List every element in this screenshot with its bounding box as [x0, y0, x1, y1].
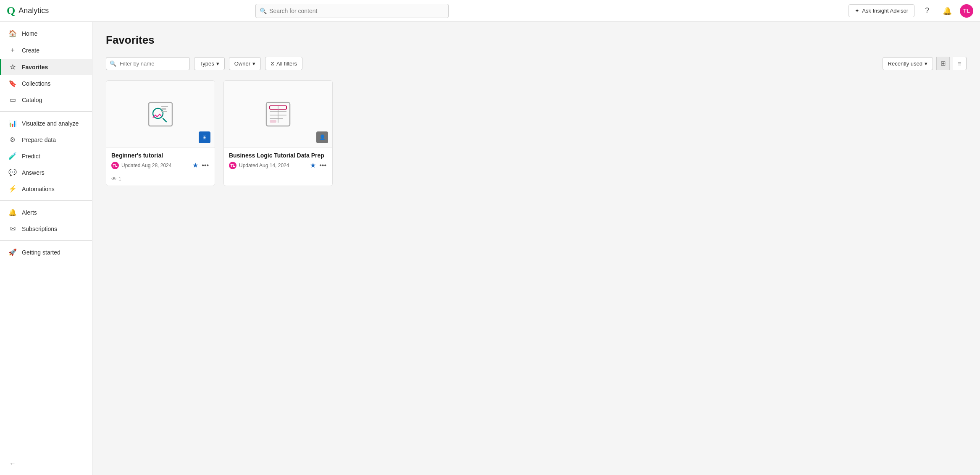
- card-footer-business: Business Logic Tutorial Data Prep TL Upd…: [224, 148, 332, 173]
- card-beginners-tutorial[interactable]: ⊞ Beginner's tutorial TL Updated Aug 28,…: [106, 80, 215, 186]
- sidebar-label-automations: Automations: [22, 186, 55, 192]
- sort-chevron-icon: ▾: [925, 60, 927, 67]
- types-label: Types: [200, 60, 214, 67]
- sidebar-label-favorites: Favorites: [22, 64, 48, 71]
- sidebar-label-answers: Answers: [22, 169, 45, 176]
- grid-icon: ⊞: [941, 60, 946, 67]
- sidebar-collapse-button[interactable]: ←: [0, 456, 92, 472]
- sidebar-item-answers[interactable]: 💬 Answers: [0, 164, 92, 181]
- svg-rect-11: [270, 120, 276, 123]
- list-icon: ≡: [958, 60, 962, 67]
- data-thumbnail-icon: [263, 99, 293, 129]
- card-actions-business: ★ •••: [310, 161, 327, 169]
- logo-area: Q Analytics: [7, 5, 82, 17]
- sidebar-item-collections[interactable]: 🔖 Collections: [0, 75, 92, 92]
- subscriptions-icon: ✉: [8, 225, 17, 233]
- ask-insight-advisor-button[interactable]: ✦ Ask Insight Advisor: [849, 4, 914, 17]
- filter-bar: 🔍 Types ▾ Owner ▾ ⧖ All filters: [106, 57, 967, 70]
- help-button[interactable]: ?: [920, 3, 935, 18]
- sidebar-label-subscriptions: Subscriptions: [22, 226, 57, 232]
- card-actions-beginners: ★ •••: [192, 161, 210, 169]
- card-meta-beginners: TL Updated Aug 28, 2024 ★ •••: [111, 161, 210, 169]
- sort-button[interactable]: Recently used ▾: [883, 57, 933, 70]
- content-area: Favorites 🔍 Types ▾ Owner ▾ ⧖ All filter: [92, 22, 980, 475]
- sidebar-item-catalog[interactable]: ▭ Catalog: [0, 92, 92, 108]
- favorite-button-business[interactable]: ★: [310, 161, 316, 169]
- types-filter-button[interactable]: Types ▾: [194, 57, 225, 70]
- sidebar-label-alerts: Alerts: [22, 209, 37, 216]
- card-business-logic[interactable]: 👤 Business Logic Tutorial Data Prep TL U…: [223, 80, 333, 186]
- app-title: Analytics: [18, 6, 49, 15]
- sidebar-divider-1: [0, 111, 92, 112]
- owner-label: Owner: [234, 60, 250, 67]
- user-avatar[interactable]: TL: [960, 4, 973, 18]
- data-badge-icon: 👤: [319, 134, 326, 140]
- global-search-input[interactable]: [255, 4, 449, 18]
- search-icon: 🔍: [260, 8, 267, 14]
- all-filters-label: All filters: [276, 60, 297, 67]
- sidebar-item-getting-started[interactable]: 🚀 Getting started: [0, 244, 92, 260]
- sidebar-label-visualize: Visualize and analyze: [22, 120, 79, 127]
- sidebar-label-home: Home: [22, 30, 37, 37]
- app-thumbnail-icon: [145, 99, 176, 129]
- sidebar-label-collections: Collections: [22, 80, 50, 87]
- card-title-beginners: Beginner's tutorial: [111, 152, 210, 159]
- owner-chevron-icon: ▾: [252, 60, 255, 67]
- qlik-logo: Q: [7, 5, 15, 17]
- rocket-icon: 🚀: [8, 248, 17, 256]
- card-footer-beginners: Beginner's tutorial TL Updated Aug 28, 2…: [106, 148, 215, 173]
- bookmark-icon: 🔖: [8, 79, 17, 87]
- updated-label-business: Updated Aug 14, 2024: [239, 163, 289, 168]
- page-title: Favorites: [106, 34, 967, 47]
- sidebar-item-automations[interactable]: ⚡ Automations: [0, 181, 92, 197]
- svg-rect-4: [161, 111, 167, 112]
- home-icon: 🏠: [8, 29, 17, 37]
- more-options-button-beginners[interactable]: •••: [201, 162, 210, 169]
- owner-filter-button[interactable]: Owner ▾: [229, 57, 261, 70]
- sidebar-label-catalog: Catalog: [22, 97, 42, 103]
- collapse-icon: ←: [8, 460, 17, 467]
- cards-grid: ⊞ Beginner's tutorial TL Updated Aug 28,…: [106, 80, 967, 186]
- sidebar-item-prepare[interactable]: ⚙ Prepare data: [0, 131, 92, 148]
- catalog-icon: ▭: [8, 96, 17, 104]
- sidebar-divider-3: [0, 240, 92, 241]
- app-badge-icon: ⊞: [202, 134, 207, 140]
- predict-icon: 🧪: [8, 152, 17, 160]
- sidebar-item-favorites[interactable]: ☆ Favorites: [0, 59, 92, 75]
- active-indicator: [0, 59, 1, 75]
- more-options-button-business[interactable]: •••: [318, 162, 327, 169]
- favorite-button-beginners[interactable]: ★: [192, 161, 198, 169]
- automations-icon: ⚡: [8, 185, 17, 193]
- sidebar-item-create[interactable]: ＋ Create: [0, 42, 92, 59]
- card-type-badge-app: ⊞: [199, 131, 210, 143]
- sidebar-item-subscriptions[interactable]: ✉ Subscriptions: [0, 220, 92, 237]
- list-view-button[interactable]: ≡: [953, 57, 967, 70]
- views-count-beginners: 👁 1: [106, 176, 215, 186]
- card-type-badge-data: 👤: [316, 131, 328, 143]
- updated-label-beginners: Updated Aug 28, 2024: [121, 163, 171, 168]
- types-chevron-icon: ▾: [216, 60, 219, 67]
- sidebar-label-predict: Predict: [22, 153, 40, 160]
- alerts-icon: 🔔: [8, 208, 17, 216]
- filter-input-wrapper: 🔍: [106, 57, 190, 70]
- sort-label: Recently used: [888, 60, 922, 67]
- sidebar-label-prepare: Prepare data: [22, 136, 56, 143]
- owner-avatar-business: TL: [229, 162, 236, 169]
- filter-by-name-input[interactable]: [106, 57, 190, 70]
- sidebar-item-visualize[interactable]: 📊 Visualize and analyze: [0, 115, 92, 131]
- visualize-icon: 📊: [8, 119, 17, 127]
- sidebar-item-alerts[interactable]: 🔔 Alerts: [0, 204, 92, 220]
- views-number: 1: [118, 176, 121, 182]
- owner-avatar-beginners: TL: [111, 162, 119, 169]
- sidebar-item-home[interactable]: 🏠 Home: [0, 25, 92, 42]
- notifications-button[interactable]: 🔔: [940, 3, 955, 18]
- svg-rect-0: [149, 102, 172, 126]
- prepare-icon: ⚙: [8, 136, 17, 144]
- all-filters-button[interactable]: ⧖ All filters: [265, 57, 302, 70]
- sidebar-item-predict[interactable]: 🧪 Predict: [0, 148, 92, 164]
- answers-icon: 💬: [8, 168, 17, 176]
- card-meta-business: TL Updated Aug 14, 2024 ★ •••: [229, 161, 327, 169]
- grid-view-button[interactable]: ⊞: [936, 57, 950, 70]
- svg-rect-2: [161, 106, 168, 107]
- search-bar: 🔍: [255, 4, 507, 18]
